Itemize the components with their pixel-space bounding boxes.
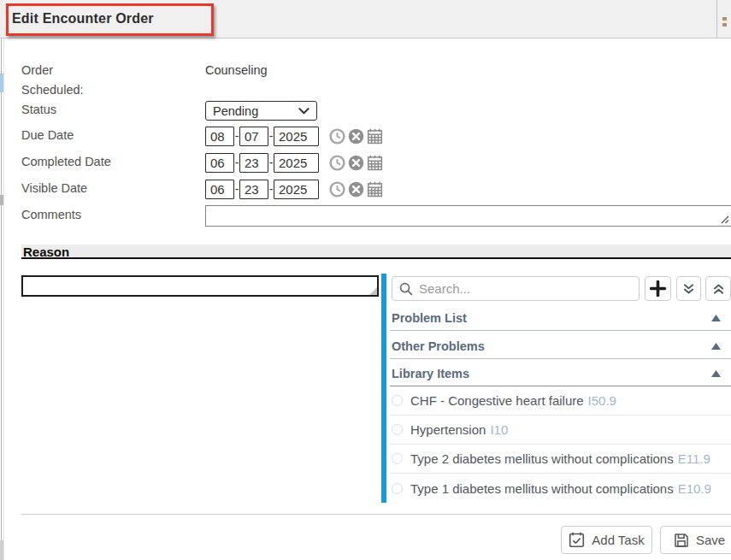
accordion-library-items[interactable]: Library Items xyxy=(390,362,731,386)
accordion-label: Other Problems xyxy=(392,339,485,353)
library-item[interactable]: CHF - Congestive heart failure I50.9 xyxy=(390,386,731,416)
save-label: Save xyxy=(696,533,725,547)
save-button[interactable]: Save xyxy=(660,526,731,554)
calendar-check-icon xyxy=(569,532,585,548)
item-code: E11.9 xyxy=(678,451,710,466)
item-name: Hypertension xyxy=(410,422,486,437)
item-code: I10 xyxy=(490,422,508,437)
library-item[interactable]: Type 2 diabetes mellitus without complic… xyxy=(390,445,731,474)
visible-date-month-input[interactable] xyxy=(205,180,234,199)
left-scroll-artifact-gray xyxy=(0,195,3,205)
reason-input-wrap xyxy=(21,275,379,297)
add-task-button[interactable]: Add Task xyxy=(561,526,652,554)
due-date-row: - - xyxy=(205,126,383,146)
titlebar-divider xyxy=(716,0,717,38)
comments-textarea[interactable] xyxy=(206,206,731,226)
item-name: Type 2 diabetes mellitus without complic… xyxy=(410,451,674,466)
save-icon xyxy=(674,533,689,548)
chevron-down-icon xyxy=(298,108,309,115)
add-problem-button[interactable] xyxy=(645,276,671,301)
radio-icon xyxy=(392,424,403,435)
order-scheduled-label-line2: Scheduled: xyxy=(21,83,84,97)
library-item[interactable]: Hypertension I10 xyxy=(390,416,731,445)
item-name: Type 1 diabetes mellitus without complic… xyxy=(410,481,674,496)
truncated-icon xyxy=(722,17,729,29)
triangle-up-icon xyxy=(711,315,721,321)
radio-icon xyxy=(392,395,403,406)
status-label: Status xyxy=(21,103,56,116)
footer-divider xyxy=(21,514,731,515)
edit-encounter-order-dialog: Edit Encounter Order Order Scheduled: St… xyxy=(0,0,731,560)
due-date-label: Due Date xyxy=(21,128,74,142)
due-date-year-input[interactable] xyxy=(274,127,319,146)
window-left-inner-border xyxy=(3,0,4,560)
completed-date-year-input[interactable] xyxy=(274,153,319,173)
search-icon xyxy=(399,282,413,296)
problem-search xyxy=(392,276,640,301)
comments-field-wrap xyxy=(205,205,731,227)
comments-label: Comments xyxy=(21,208,81,221)
reason-textarea[interactable] xyxy=(23,277,377,295)
item-name: CHF - Congestive heart failure xyxy=(410,393,584,408)
accordion-label: Library Items xyxy=(392,367,469,380)
add-task-label: Add Task xyxy=(592,533,644,547)
completed-date-calendar-icon[interactable] xyxy=(366,154,383,171)
triangle-up-icon xyxy=(711,370,721,377)
visible-date-calendar-icon[interactable] xyxy=(366,180,383,197)
visible-date-clear-icon[interactable] xyxy=(347,180,364,197)
visible-date-day-input[interactable] xyxy=(239,180,268,199)
left-edge-artifact-bottom xyxy=(0,540,3,560)
status-select[interactable]: Pending xyxy=(205,101,317,121)
annotation-highlight-box xyxy=(6,3,214,36)
double-chevron-down-icon xyxy=(682,282,695,296)
item-code: I50.9 xyxy=(588,393,616,408)
completed-date-label: Completed Date xyxy=(21,155,111,168)
completed-date-day-input[interactable] xyxy=(239,153,268,173)
search-input[interactable] xyxy=(419,281,632,296)
radio-icon xyxy=(392,483,403,494)
due-date-day-input[interactable] xyxy=(239,127,268,146)
completed-date-clock-icon[interactable] xyxy=(328,154,345,171)
radio-icon xyxy=(392,453,403,464)
visible-date-year-input[interactable] xyxy=(274,180,319,199)
collapse-all-button[interactable] xyxy=(705,276,731,301)
double-chevron-up-icon xyxy=(712,282,725,296)
completed-date-month-input[interactable] xyxy=(205,153,234,173)
status-select-value: Pending xyxy=(213,104,258,118)
order-scheduled-label-line1: Order xyxy=(21,63,53,77)
due-date-clear-icon[interactable] xyxy=(347,127,364,144)
plus-icon xyxy=(650,280,666,297)
triangle-up-icon xyxy=(711,343,721,350)
visible-date-clock-icon[interactable] xyxy=(328,180,345,197)
expand-all-button[interactable] xyxy=(676,276,701,301)
due-date-month-input[interactable] xyxy=(205,127,234,146)
left-scroll-artifact-blue xyxy=(0,74,3,92)
reason-section-header: Reason xyxy=(21,245,731,259)
completed-date-row: - - xyxy=(205,152,383,173)
reason-title: Reason xyxy=(23,245,69,259)
picker-accent-bar xyxy=(381,274,386,503)
visible-date-row: - - xyxy=(205,179,383,199)
item-code: E10.9 xyxy=(678,481,711,496)
due-date-calendar-icon[interactable] xyxy=(366,127,383,144)
accordion-problem-list[interactable]: Problem List xyxy=(390,305,731,331)
due-date-clock-icon[interactable] xyxy=(328,127,345,144)
accordion-other-problems[interactable]: Other Problems xyxy=(390,333,731,359)
completed-date-clear-icon[interactable] xyxy=(347,154,364,171)
accordion-label: Problem List xyxy=(392,311,467,325)
order-value: Counseling xyxy=(205,63,268,77)
visible-date-label: Visible Date xyxy=(21,181,87,195)
library-item[interactable]: Type 1 diabetes mellitus without complic… xyxy=(390,474,731,503)
